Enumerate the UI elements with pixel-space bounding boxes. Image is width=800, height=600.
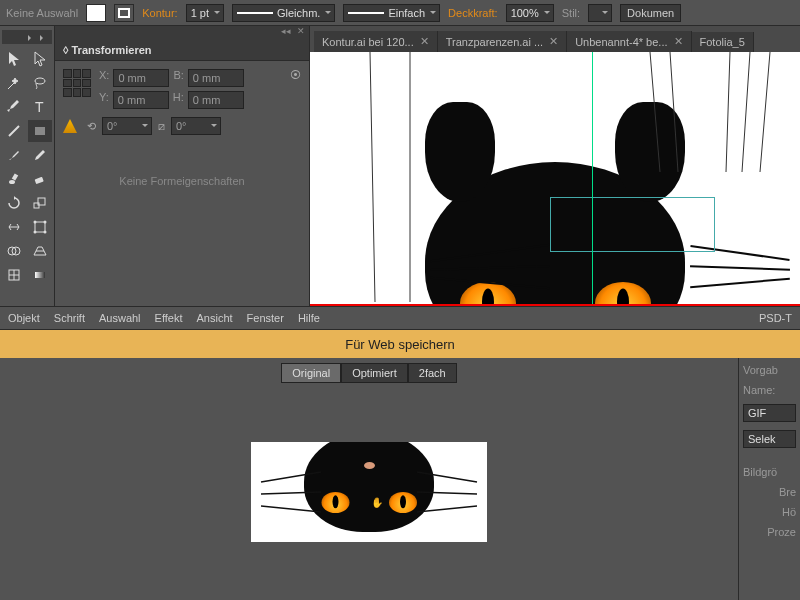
doc-tab-0-label: Kontur.ai bei 120... [322,36,414,48]
save-for-web-settings: Vorgab Name: GIF Selek Bildgrö Bre Hö Pr… [738,358,800,600]
mesh-tool[interactable] [2,264,26,286]
doc-tab-0[interactable]: Kontur.ai bei 120...✕ [314,31,438,52]
menu-effekt[interactable]: Effekt [155,312,183,324]
doc-tab-2[interactable]: Unbenannt-4* be...✕ [567,31,691,52]
no-selection-label: Keine Auswahl [6,7,78,19]
scale-tool[interactable] [28,192,52,214]
selective-dropdown[interactable]: Selek [743,430,796,448]
blob-brush-tool[interactable] [2,168,26,190]
x-label: X: [99,69,109,87]
opacity-dropdown[interactable]: 100% [506,4,554,22]
stroke-label[interactable]: Kontur: [142,7,177,19]
stroke-swatch[interactable] [114,4,134,22]
perspective-grid-tool[interactable] [28,240,52,262]
view-optimized-tab[interactable]: Optimiert [341,363,408,383]
view-original-tab[interactable]: Original [281,363,341,383]
width-lbl: Bre [743,486,796,498]
rotate-field[interactable]: 0° [102,117,152,135]
x-field[interactable]: 0 mm [113,69,169,87]
height-label: H: [173,91,184,109]
style-label: Stil: [562,7,580,19]
doc-tab-1-label: Tranzparenzen.ai ... [446,36,543,48]
stroke-profile-dropdown[interactable]: Gleichm. [232,4,335,22]
close-icon[interactable]: ✕ [420,35,429,48]
svg-point-12 [34,231,37,234]
format-dropdown[interactable]: GIF [743,404,796,422]
width-label: B: [173,69,183,87]
preview-artboard: ✋ [251,442,487,542]
options-bar: Keine Auswahl Kontur: 1 pt Gleichm. Einf… [0,0,800,26]
menu-bar: Objekt Schrift Auswahl Effekt Ansicht Fe… [0,306,800,330]
rotate-icon: ⟲ [87,120,96,133]
direct-selection-tool[interactable] [28,48,52,70]
shear-field[interactable]: 0° [171,117,221,135]
close-icon[interactable]: ✕ [549,35,558,48]
reference-point-picker[interactable] [63,69,91,97]
document-setup-button[interactable]: Dokumen [620,4,681,22]
y-field[interactable]: 0 mm [113,91,169,109]
preset-label: Vorgab [743,364,796,376]
stroke-weight-dropdown[interactable]: 1 pt [186,4,224,22]
free-transform-tool[interactable] [28,216,52,238]
svg-line-30 [417,472,477,482]
fill-swatch[interactable] [86,4,106,22]
svg-line-22 [650,52,660,172]
type-tool[interactable]: T [28,96,52,118]
menu-hilfe[interactable]: Hilfe [298,312,320,324]
rotate-tool[interactable] [2,192,26,214]
rectangle-tool[interactable] [28,120,52,142]
y-label: Y: [99,91,109,109]
menu-auswahl[interactable]: Auswahl [99,312,141,324]
panel-collapse-icon[interactable]: ◂◂ [281,26,291,40]
name-label: Name: [743,384,796,396]
menu-ansicht[interactable]: Ansicht [197,312,233,324]
paintbrush-tool[interactable] [2,144,26,166]
svg-line-25 [742,52,750,172]
pencil-tool[interactable] [28,144,52,166]
svg-text:T: T [35,99,44,115]
eraser-tool[interactable] [28,168,52,190]
selection-tool[interactable] [2,48,26,70]
menu-schrift[interactable]: Schrift [54,312,85,324]
view-2up-tab[interactable]: 2fach [408,363,457,383]
panel-title[interactable]: ◊ Transformieren [55,40,309,61]
svg-line-31 [417,492,477,494]
save-for-web-title: Für Web speichern [0,330,800,358]
menu-fenster[interactable]: Fenster [247,312,284,324]
panel-title-text: Transformieren [72,44,152,56]
chain-icon[interactable]: ⦿ [290,69,301,81]
svg-rect-9 [35,222,45,232]
width-tool[interactable] [2,216,26,238]
save-for-web-dialog: Original Optimiert 2fach ✋ Vorgab N [0,358,800,600]
workspace-label[interactable]: PSD-T [759,312,792,324]
panel-tab-strip: ◂◂ ✕ [55,26,309,40]
doc-tab-1[interactable]: Tranzparenzen.ai ...✕ [438,31,567,52]
preview-area[interactable]: ✋ [0,384,738,600]
height-lbl: Hö [743,506,796,518]
canvas[interactable] [310,52,800,306]
brush-dropdown[interactable]: Einfach [343,4,440,22]
doc-tab-3[interactable]: Fotolia_5 [692,32,754,52]
panel-close-icon[interactable]: ✕ [297,26,305,40]
menu-objekt[interactable]: Objekt [8,312,40,324]
magic-wand-tool[interactable] [2,72,26,94]
style-dropdown[interactable] [588,4,612,22]
no-shape-properties-label: Keine Formeigenschaften [63,175,301,187]
width-field[interactable]: 0 mm [188,69,244,87]
pen-tool[interactable] [2,96,26,118]
line-tool[interactable] [2,120,26,142]
selection-bounds[interactable] [550,197,715,252]
guide-vertical[interactable] [592,52,593,306]
document-area: Kontur.ai bei 120...✕ Tranzparenzen.ai .… [310,26,800,306]
height-field[interactable]: 0 mm [188,91,244,109]
stroke-profile-label: Gleichm. [277,7,320,19]
svg-line-27 [261,472,321,482]
close-icon[interactable]: ✕ [674,35,683,48]
svg-rect-3 [35,127,45,135]
opacity-label[interactable]: Deckkraft: [448,7,498,19]
gradient-tool[interactable] [28,264,52,286]
lasso-tool[interactable] [28,72,52,94]
shape-builder-tool[interactable] [2,240,26,262]
svg-rect-6 [35,177,44,184]
tools-panel-grip[interactable] [2,30,52,44]
